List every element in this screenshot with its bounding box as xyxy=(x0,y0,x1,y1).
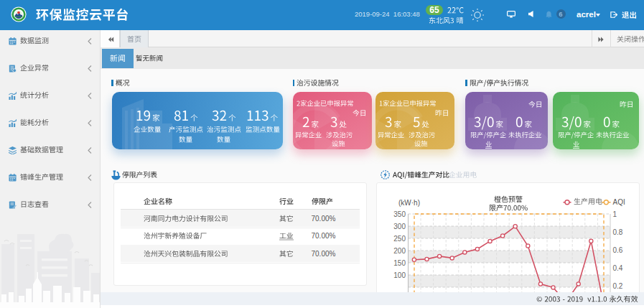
svg-text:AQI: AQI xyxy=(613,198,625,206)
svg-text:100: 100 xyxy=(393,271,406,279)
svg-text:250: 250 xyxy=(393,235,406,243)
svg-text:150: 150 xyxy=(393,259,406,267)
svg-text:1: 1 xyxy=(613,210,617,218)
svg-text:200: 200 xyxy=(393,247,406,255)
svg-text:0.8: 0.8 xyxy=(613,228,623,236)
svg-text:0.6: 0.6 xyxy=(613,246,623,254)
svg-text:0.2: 0.2 xyxy=(613,282,623,290)
svg-text:0.4: 0.4 xyxy=(613,264,623,272)
svg-text:(kW·h): (kW·h) xyxy=(398,199,420,207)
svg-text:350: 350 xyxy=(393,210,406,218)
svg-text:300: 300 xyxy=(393,223,406,230)
